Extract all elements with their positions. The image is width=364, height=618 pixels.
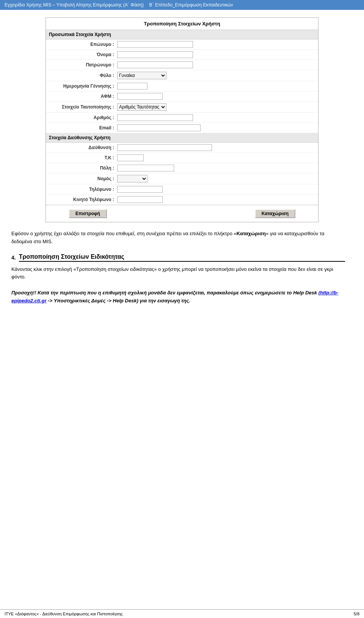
tilefono-input[interactable] (117, 186, 163, 193)
afm-label: ΑΦΜ : (49, 94, 117, 99)
hmerominia-input[interactable] (117, 83, 147, 90)
afm-input[interactable] (117, 93, 163, 100)
kinito-label: Κινητό Τηλέφωνο : (49, 197, 117, 202)
section4-divider: 4. Τροποποίηση Στοιχείων Ειδικότητας (11, 253, 345, 262)
warning-end: για την εισαγωγή της. (140, 298, 190, 303)
tilefono-row: Τηλέφωνο : (46, 184, 318, 195)
fylo-select[interactable]: Γυναίκα Άνδρας (117, 72, 166, 79)
email-row: Email : (46, 123, 318, 133)
hmerominia-label: Ημερομηνία Γέννησης : (49, 83, 117, 89)
description-content: Εφόσον ο χρήστης έχει αλλάξει τα στοιχεί… (11, 231, 324, 244)
footer-right: 5/8 (354, 612, 359, 616)
fylo-row: Φύλο : Γυναίκα Άνδρας (46, 70, 318, 81)
description-text: Εφόσον ο χρήστης έχει αλλάξει τα στοιχεί… (11, 230, 345, 246)
header-title: Εγχειρίδιο Χρήσης MIS – Υποβολή Αίτησης … (5, 2, 144, 8)
tilefono-label: Τηλέφωνο : (49, 187, 117, 192)
user-modification-form: Τροποποίηση Στοιχείων Χρήστη Προσωπικά Σ… (46, 17, 318, 222)
back-button[interactable]: Επιστροφή (69, 209, 107, 218)
stoixeio-tayt-row: Στοιχείο Ταυτοποίησης : Αριθμός Ταυτότητ… (46, 102, 318, 113)
section4-number: 4. (11, 255, 16, 261)
dieuthinsi-input[interactable] (117, 144, 212, 151)
footer-left: ΙΤΥΕ «Διόφαντος» - Διεύθυνση Επιμόρφωσης… (5, 612, 123, 616)
patronymo-row: Πατρώνυμο : (46, 60, 318, 70)
onoma-input[interactable] (117, 51, 193, 58)
tk-label: Τ.Κ : (49, 155, 117, 160)
form-buttons: Επιστροφή Καταχώριση (46, 205, 318, 222)
dieuthinsi-row: Διεύθυνση : (46, 143, 318, 153)
nomos-select[interactable] (117, 175, 147, 182)
nomos-row: Νομός : (46, 173, 318, 184)
stoixeio-tayt-label: Στοιχείο Ταυτοποίησης : (49, 104, 117, 110)
section4-paragraph: Κάνοντας κλικ στην επιλογή «Τροποποίηση … (11, 266, 345, 281)
arithmos-label: Αριθμός : (49, 115, 117, 120)
warning-text: Προσοχή!! Κατά την περίπτωση που η επιθυ… (11, 289, 345, 305)
email-input[interactable] (117, 124, 201, 131)
afm-row: ΑΦΜ : (46, 91, 318, 102)
patronymo-label: Πατρώνυμο : (49, 62, 117, 68)
eponymo-row: Επώνυμο : (46, 39, 318, 50)
hmerominia-row: Ημερομηνία Γέννησης : (46, 81, 318, 91)
section4-title: Τροποποίηση Στοιχείων Ειδικότητας (19, 253, 345, 262)
page-content: Τροποποίηση Στοιχείων Χρήστη Προσωπικά Σ… (0, 10, 364, 313)
stoixeio-tayt-select[interactable]: Αριθμός Ταυτότητας (117, 103, 166, 111)
patronymo-input[interactable] (117, 61, 193, 68)
poli-input[interactable] (117, 165, 174, 171)
warning-prefix: Προσοχή!! (11, 290, 36, 296)
nomos-label: Νομός : (49, 176, 117, 181)
onoma-row: Όνομα : (46, 50, 318, 60)
dieuthinsi-label: Διεύθυνση : (49, 145, 117, 150)
page-header: Εγχειρίδιο Χρήσης MIS – Υποβολή Αίτησης … (0, 0, 364, 10)
personal-section-header: Προσωπικά Στοιχεία Χρήστη (46, 30, 318, 39)
onoma-label: Όνομα : (49, 52, 117, 57)
arithmos-row: Αριθμός : (46, 113, 318, 123)
tk-row: Τ.Κ : (46, 153, 318, 163)
kinito-row: Κινητό Τηλέφωνο : (46, 195, 318, 205)
fylo-label: Φύλο : (49, 73, 117, 78)
address-section-header: Στοιχεία Διεύθυνσης Χρήστη (46, 133, 318, 143)
kinito-input[interactable] (117, 196, 163, 203)
email-label: Email : (49, 125, 117, 131)
save-button[interactable]: Καταχώριση (255, 209, 295, 218)
eponymo-input[interactable] (117, 41, 193, 48)
header-separator (145, 2, 148, 8)
section4-body: Κάνοντας κλικ στην επιλογή «Τροποποίηση … (11, 266, 345, 305)
tk-input[interactable] (117, 154, 144, 161)
poli-label: Πόλη : (49, 165, 117, 171)
arithmos-input[interactable] (117, 114, 193, 121)
poli-row: Πόλη : (46, 163, 318, 173)
header-subtitle: Β΄ Επίπεδο_Επιμόρφωση Εκπαιδευτικών (149, 2, 233, 8)
form-title: Τροποποίηση Στοιχείων Χρήστη (46, 18, 318, 30)
warning-suffix: -> Υποστηρικτικές Δομές -> Help Desk) (48, 298, 140, 303)
eponymo-label: Επώνυμο : (49, 42, 117, 47)
page-footer: ΙΤΥΕ «Διόφαντος» - Διεύθυνση Επιμόρφωσης… (0, 609, 364, 618)
warning-bold-text: Κατά την περίπτωση που η επιθυμητή σχολι… (38, 290, 318, 296)
